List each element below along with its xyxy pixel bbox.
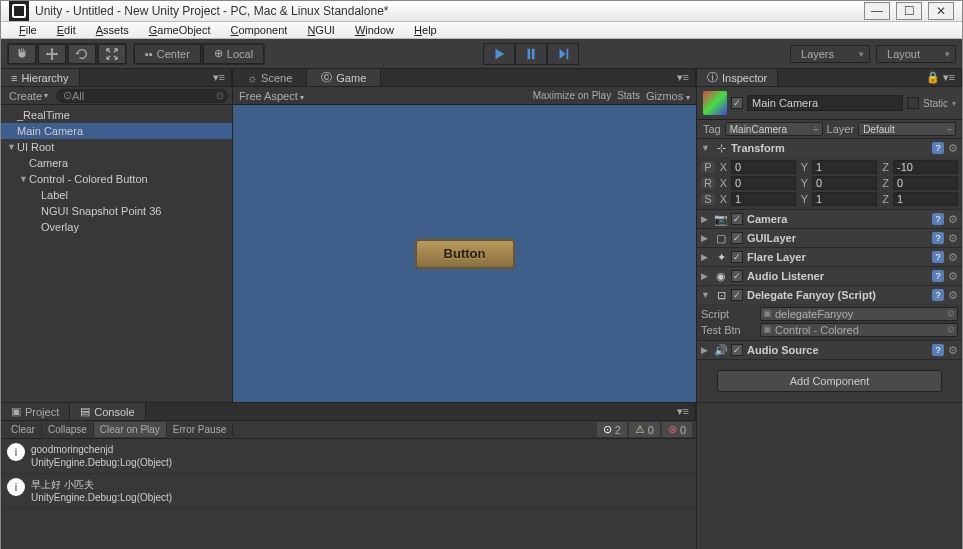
gameobject-active-checkbox[interactable]: ✓ — [731, 97, 743, 109]
console-error-pause-toggle[interactable]: Error Pause — [167, 422, 233, 437]
gear-icon[interactable]: ⚙ — [948, 270, 958, 283]
gizmos-dropdown[interactable]: Gizmos ▾ — [646, 90, 690, 102]
hand-tool-button[interactable] — [8, 44, 36, 64]
hierarchy-item[interactable]: ▼UI Root — [1, 139, 232, 155]
help-icon[interactable]: ? — [932, 251, 944, 263]
transform-z-input[interactable] — [893, 160, 958, 174]
game-tab[interactable]: ⓒGame — [307, 69, 381, 86]
play-button[interactable] — [483, 43, 515, 65]
stats-toggle[interactable]: Stats — [617, 90, 640, 101]
minimize-button[interactable]: — — [864, 2, 890, 20]
close-button[interactable]: ✕ — [928, 2, 954, 20]
menu-component[interactable]: Component — [221, 22, 298, 38]
console-log-entry[interactable]: i早上好 小匹夫UnityEngine.Debug:Log(Object) — [1, 474, 696, 509]
component-enabled-checkbox[interactable]: ✓ — [731, 270, 743, 282]
hierarchy-item[interactable]: Main Camera — [1, 123, 232, 139]
gameobject-name-input[interactable] — [747, 95, 903, 111]
help-icon[interactable]: ? — [932, 213, 944, 225]
hierarchy-item[interactable]: Label — [1, 187, 232, 203]
pivot-center-button[interactable]: ▪▪Center — [134, 44, 201, 64]
transform-x-input[interactable] — [731, 160, 796, 174]
maximize-button[interactable]: ☐ — [896, 2, 922, 20]
hierarchy-item[interactable]: Overlay — [1, 219, 232, 235]
transform-z-input[interactable] — [893, 192, 958, 206]
transform-component-header[interactable]: ▼ ⊹ Transform ? ⚙ — [697, 139, 962, 157]
gear-icon[interactable]: ⚙ — [948, 142, 958, 155]
hierarchy-search-input[interactable]: ⊙All — [56, 89, 228, 103]
inspector-lock-button[interactable]: 🔒 ▾≡ — [920, 69, 962, 86]
hierarchy-tab[interactable]: ≡ Hierarchy — [1, 69, 80, 86]
delegate-component-header[interactable]: ▼ ⊡ ✓ Delegate Fanyoy (Script) ? ⚙ — [697, 286, 962, 304]
gear-icon[interactable]: ⚙ — [948, 232, 958, 245]
gear-icon[interactable]: ⚙ — [948, 289, 958, 302]
component-header[interactable]: ▶▢✓GUILayer?⚙ — [697, 229, 962, 247]
console-collapse-toggle[interactable]: Collapse — [42, 422, 94, 437]
gear-icon[interactable]: ⚙ — [948, 251, 958, 264]
console-list[interactable]: igoodmoringchenjdUnityEngine.Debug:Log(O… — [1, 439, 696, 549]
component-header[interactable]: ▶◉✓Audio Listener?⚙ — [697, 267, 962, 285]
transform-x-input[interactable] — [731, 176, 796, 190]
audio-source-component-header[interactable]: ▶ 🔊 ✓ Audio Source ? ⚙ — [697, 341, 962, 359]
gear-icon[interactable]: ⚙ — [948, 344, 958, 357]
error-count-badge[interactable]: ⊗0 — [662, 422, 692, 437]
scale-tool-button[interactable] — [98, 44, 126, 64]
transform-z-input[interactable] — [893, 176, 958, 190]
transform-y-input[interactable] — [812, 160, 877, 174]
help-icon[interactable]: ? — [932, 289, 944, 301]
layer-dropdown[interactable]: Default — [858, 122, 956, 136]
component-enabled-checkbox[interactable]: ✓ — [731, 232, 743, 244]
hierarchy-item[interactable]: Camera — [1, 155, 232, 171]
gear-icon[interactable]: ⚙ — [948, 213, 958, 226]
transform-y-input[interactable] — [812, 176, 877, 190]
help-icon[interactable]: ? — [932, 270, 944, 282]
console-clear-button[interactable]: Clear — [5, 422, 42, 437]
component-enabled-checkbox[interactable]: ✓ — [731, 344, 743, 356]
pivot-local-button[interactable]: ⊕Local — [203, 44, 264, 64]
help-icon[interactable]: ? — [932, 232, 944, 244]
console-tab[interactable]: ▤Console — [70, 403, 145, 420]
menu-file[interactable]: File — [9, 22, 47, 38]
scene-tab[interactable]: ☼Scene — [233, 69, 307, 86]
menu-help[interactable]: Help — [404, 22, 447, 38]
component-enabled-checkbox[interactable]: ✓ — [731, 251, 743, 263]
hierarchy-list[interactable]: _RealTimeMain Camera▼UI RootCamera▼Contr… — [1, 105, 232, 402]
warn-count-badge[interactable]: ⚠0 — [629, 422, 660, 437]
hierarchy-item[interactable]: ▼Control - Colored Button — [1, 171, 232, 187]
help-icon[interactable]: ? — [932, 344, 944, 356]
aspect-dropdown[interactable]: Free Aspect ▾ — [239, 90, 304, 102]
ngui-button[interactable]: Button — [415, 239, 515, 269]
pause-button[interactable] — [515, 43, 547, 65]
console-clear-on-play-toggle[interactable]: Clear on Play — [94, 422, 167, 437]
static-dropdown-icon[interactable]: ▾ — [952, 99, 956, 108]
hierarchy-item[interactable]: _RealTime — [1, 107, 232, 123]
move-tool-button[interactable] — [38, 44, 66, 64]
testbtn-field[interactable]: Control - Colored — [760, 323, 958, 337]
menu-edit[interactable]: Edit — [47, 22, 86, 38]
help-icon[interactable]: ? — [932, 142, 944, 154]
script-field[interactable]: delegateFanyoy — [760, 307, 958, 321]
tag-dropdown[interactable]: MainCamera — [725, 122, 823, 136]
console-log-entry[interactable]: igoodmoringchenjdUnityEngine.Debug:Log(O… — [1, 439, 696, 474]
center-panel-options-button[interactable]: ▾≡ — [671, 69, 696, 86]
transform-y-input[interactable] — [812, 192, 877, 206]
transform-x-input[interactable] — [731, 192, 796, 206]
rotate-tool-button[interactable] — [68, 44, 96, 64]
static-checkbox[interactable] — [907, 97, 919, 109]
info-count-badge[interactable]: ⊙2 — [597, 422, 627, 437]
step-button[interactable] — [547, 43, 579, 65]
component-header[interactable]: ▶📷✓Camera?⚙ — [697, 210, 962, 228]
layout-dropdown[interactable]: Layout — [876, 45, 956, 63]
menu-window[interactable]: Window — [345, 22, 404, 38]
component-enabled-checkbox[interactable]: ✓ — [731, 289, 743, 301]
menu-ngui[interactable]: NGUI — [297, 22, 345, 38]
bottom-panel-options-button[interactable]: ▾≡ — [671, 403, 696, 420]
hierarchy-item[interactable]: NGUI Snapshot Point 36 — [1, 203, 232, 219]
maximize-on-play-toggle[interactable]: Maximize on Play — [533, 90, 611, 101]
component-header[interactable]: ▶✦✓Flare Layer?⚙ — [697, 248, 962, 266]
add-component-button[interactable]: Add Component — [717, 370, 942, 392]
inspector-tab[interactable]: ⓘ Inspector — [697, 69, 778, 86]
layers-dropdown[interactable]: Layers — [790, 45, 870, 63]
menu-assets[interactable]: Assets — [86, 22, 139, 38]
game-canvas[interactable]: Button — [233, 105, 696, 402]
panel-options-button[interactable]: ▾≡ — [207, 69, 232, 86]
